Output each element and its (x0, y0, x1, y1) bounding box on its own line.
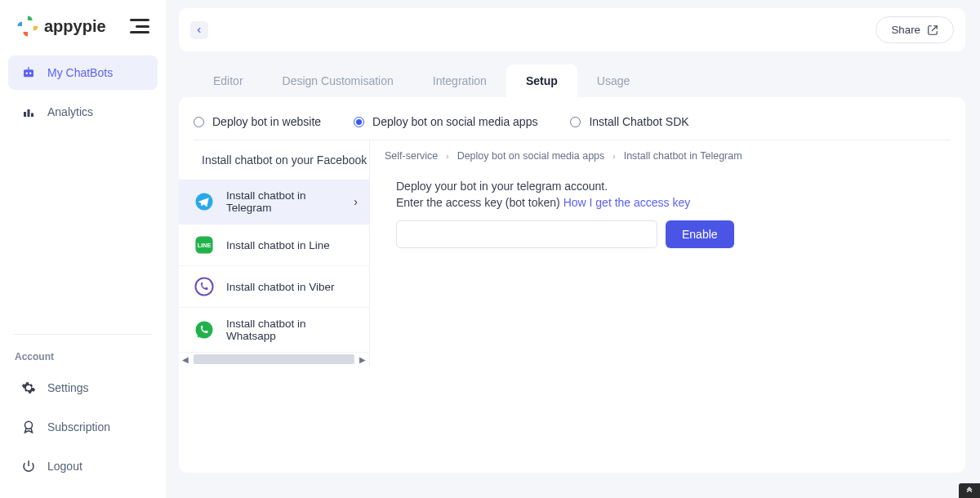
share-button[interactable]: Share (875, 16, 954, 43)
radio-icon (354, 117, 364, 127)
content-row: Install chatbot on your Facebook page In… (194, 140, 951, 366)
main: Share Editor Design Customisation Integr… (179, 8, 965, 473)
power-icon (21, 459, 36, 474)
install-item-label: Install chatbot in Whatsapp (226, 318, 358, 342)
scroll-left-icon[interactable]: ◀ (180, 355, 190, 364)
tab-editor[interactable]: Editor (194, 64, 263, 97)
enable-button[interactable]: Enable (666, 220, 734, 248)
install-item-telegram[interactable]: Install chatbot in Telegram › (179, 180, 369, 225)
logo-icon (16, 15, 39, 38)
install-list-heading[interactable]: Install chatbot on your Facebook page (179, 140, 369, 180)
scroll-right-icon[interactable]: ▶ (358, 355, 368, 364)
svg-point-0 (25, 24, 31, 29)
menu-toggle-icon[interactable] (130, 19, 149, 33)
detail-line2-prefix: Enter the access key (bot token) (396, 196, 564, 209)
sidebar-header: appypie (8, 15, 158, 56)
sidebar-item-analytics[interactable]: Analytics (8, 95, 158, 129)
breadcrumb-item[interactable]: Deploy bot on social media apps (457, 150, 605, 162)
tab-setup[interactable]: Setup (506, 64, 577, 97)
brand-name: appypie (44, 17, 106, 36)
chevron-right-icon: › (354, 195, 358, 208)
tab-integration[interactable]: Integration (413, 64, 506, 97)
radio-icon (194, 117, 204, 127)
sidebar-account-section: Account Settings Subscription Logout (8, 324, 158, 488)
deploy-option-website[interactable]: Deploy bot in website (194, 115, 321, 128)
gear-icon (21, 380, 36, 395)
divider (13, 334, 153, 335)
breadcrumb-item[interactable]: Install chatbot in Telegram (624, 150, 742, 162)
chevron-right-icon: › (612, 152, 615, 161)
chevron-left-icon (195, 26, 203, 34)
sidebar-item-label: My ChatBots (47, 66, 113, 79)
install-item-line[interactable]: LINE Install chatbot in Line (179, 225, 369, 266)
install-item-label: Install chatbot in Line (226, 239, 330, 251)
back-button[interactable] (190, 21, 208, 39)
detail-description-line1: Deploy your bot in your telegram account… (396, 180, 951, 193)
horizontal-scrollbar[interactable]: ◀ ▶ (179, 353, 369, 366)
deploy-option-sdk[interactable]: Install Chatbot SDK (570, 115, 688, 128)
install-item-viber[interactable]: Install chatbot in Viber (179, 266, 369, 308)
sidebar-item-label: Analytics (47, 105, 93, 118)
tab-design-customisation[interactable]: Design Customisation (263, 64, 413, 97)
svg-point-12 (195, 278, 212, 295)
breadcrumb-item[interactable]: Self-service (385, 150, 438, 162)
install-list: Install chatbot on your Facebook page In… (179, 140, 370, 366)
sidebar-item-label: Logout (47, 460, 82, 473)
setup-panel: Deploy bot in website Deploy bot on soci… (179, 97, 965, 473)
sidebar-item-subscription[interactable]: Subscription (8, 410, 158, 444)
sidebar-item-label: Settings (47, 381, 89, 394)
account-section-title: Account (8, 345, 158, 371)
scroll-to-top-button[interactable] (959, 483, 980, 498)
install-item-label: Install chatbot in Viber (226, 281, 335, 293)
scroll-track[interactable] (194, 354, 354, 364)
brand-logo[interactable]: appypie (16, 15, 106, 38)
tab-label: Design Customisation (283, 74, 394, 87)
topbar: Share (179, 8, 965, 51)
sidebar-item-my-chatbots[interactable]: My ChatBots (8, 56, 158, 90)
tab-usage[interactable]: Usage (577, 64, 649, 97)
svg-rect-1 (24, 69, 33, 77)
chevron-up-icon (965, 487, 973, 495)
radio-label: Deploy bot in website (212, 115, 321, 128)
share-button-label: Share (891, 24, 920, 36)
robot-icon (21, 65, 36, 80)
svg-rect-4 (28, 67, 29, 69)
bot-token-input[interactable] (396, 220, 657, 248)
tab-label: Integration (433, 74, 487, 87)
svg-point-2 (26, 73, 28, 74)
share-icon (927, 24, 938, 36)
sidebar-item-settings[interactable]: Settings (8, 371, 158, 405)
svg-rect-7 (31, 113, 33, 118)
tab-label: Editor (213, 74, 243, 87)
svg-point-3 (29, 73, 31, 74)
analytics-icon (21, 104, 36, 119)
detail-description-line2: Enter the access key (bot token) How I g… (396, 196, 951, 209)
svg-rect-6 (28, 109, 30, 117)
svg-point-8 (25, 421, 33, 429)
tab-label: Usage (597, 74, 630, 87)
radio-icon (570, 117, 581, 127)
chevron-right-icon: › (446, 152, 448, 161)
radio-label: Install Chatbot SDK (589, 115, 688, 128)
tabs: Editor Design Customisation Integration … (179, 64, 965, 97)
badge-icon (21, 420, 36, 434)
svg-text:LINE: LINE (198, 242, 212, 249)
detail-pane: Self-service › Deploy bot on social medi… (370, 140, 951, 366)
deploy-option-social[interactable]: Deploy bot on social media apps (354, 115, 537, 128)
svg-rect-5 (24, 112, 26, 117)
sidebar-item-label: Subscription (47, 420, 110, 434)
line-icon: LINE (194, 234, 215, 256)
whatsapp-icon (194, 319, 215, 340)
sidebar: appypie My ChatBots Analytics Account Se… (0, 0, 166, 498)
install-item-whatsapp[interactable]: Install chatbot in Whatsapp (179, 308, 369, 353)
install-item-label: Install chatbot in Telegram (226, 189, 342, 214)
breadcrumb: Self-service › Deploy bot on social medi… (385, 150, 951, 162)
viber-icon (194, 276, 215, 297)
tab-label: Setup (526, 74, 558, 87)
telegram-icon (194, 191, 215, 212)
enable-button-label: Enable (682, 228, 718, 241)
token-input-row: Enable (396, 220, 951, 248)
access-key-help-link[interactable]: How I get the access key (564, 196, 691, 209)
sidebar-item-logout[interactable]: Logout (8, 449, 158, 483)
deploy-options: Deploy bot in website Deploy bot on soci… (194, 112, 951, 140)
